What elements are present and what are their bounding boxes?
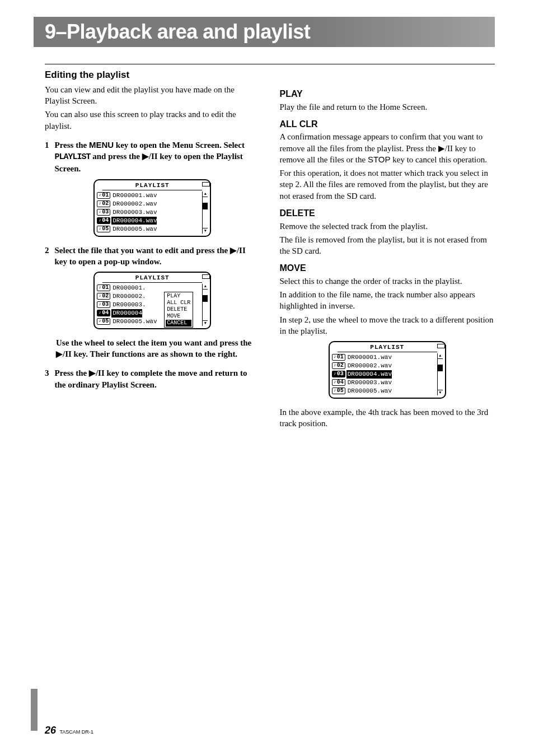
track-filename: DR000001.wav <box>111 192 157 200</box>
track-number: 01 <box>332 354 345 361</box>
playlist-text: PLAYLIST <box>55 152 91 162</box>
play-heading: PLAY <box>280 88 495 100</box>
track-filename: DR000001. <box>111 284 146 292</box>
lcd-screenshot-2: PLAYLIST PLAYALL CLRDELETEMOVECANCEL 01D… <box>93 272 211 329</box>
track-number: 02 <box>332 362 345 369</box>
track-filename: DR000004.wav <box>111 217 157 225</box>
playlist-row: 02DR000002.wav <box>332 362 436 370</box>
playlist-row: 01DR000001. <box>97 284 201 292</box>
popup-item: ALL CLR <box>166 300 191 306</box>
delete-text-1: Remove the selected track from the playl… <box>280 221 495 232</box>
track-number: 04 <box>97 310 110 316</box>
track-number: 01 <box>97 284 110 291</box>
intro-p1: You can view and edit the playlist you h… <box>45 84 260 107</box>
track-number: 04 <box>97 217 110 224</box>
track-filename: DR000003.wav <box>346 379 392 387</box>
popup-menu: PLAYALL CLRDELETEMOVECANCEL <box>164 292 193 328</box>
scroll-up-icon: ▲ <box>438 353 443 358</box>
track-number: 05 <box>332 388 345 394</box>
page-number: 26 <box>45 725 56 736</box>
stop-key: STOP <box>368 155 391 164</box>
step-2-num: 2 <box>45 245 49 268</box>
allclr-text-1: A confirmation message appears to confir… <box>280 131 495 165</box>
lcd-screenshot-1: PLAYLIST 01DR000001.wav02DR000002.wav03D… <box>93 179 211 237</box>
step-3: 3 Press the ▶/II key to complete the mov… <box>45 367 260 390</box>
track-number: 03 <box>97 209 110 216</box>
move-after-text: In the above example, the 4th track has … <box>280 407 495 430</box>
track-number: 03 <box>332 371 345 377</box>
delete-heading: DELETE <box>280 207 495 220</box>
scroll-up-icon: ▲ <box>203 192 208 197</box>
move-text-1: Select this to change the order of track… <box>280 276 495 287</box>
track-number: 05 <box>97 226 110 232</box>
track-filename: DR000003.wav <box>111 208 157 217</box>
battery-icon <box>202 182 210 186</box>
move-text-2: In addition to the file name, the track … <box>280 289 495 312</box>
track-number: 03 <box>97 301 110 308</box>
playlist-row: 01DR000001.wav <box>97 192 201 200</box>
popup-item: PLAY <box>166 293 191 300</box>
intro-p2: You can also use this screen to play tra… <box>45 109 260 132</box>
side-tab <box>31 689 38 731</box>
section-title: Editing the playlist <box>45 69 260 82</box>
playlist-row: 05DR000005.wav <box>332 387 436 395</box>
playlist-row: 03DR000004.wav <box>332 370 436 379</box>
track-filename: DR000004 <box>111 309 142 318</box>
track-number: 01 <box>97 192 110 199</box>
play-text: Play the file and return to the Home Scr… <box>280 101 495 113</box>
delete-text-2: The file is removed from the playlist, b… <box>280 234 495 257</box>
battery-icon <box>437 344 445 348</box>
popup-item: MOVE <box>166 313 191 320</box>
popup-item: DELETE <box>166 306 191 313</box>
track-filename: DR000004.wav <box>346 370 392 379</box>
scroll-up-icon: ▲ <box>203 284 208 289</box>
step-1: 1 Press the MENU key to open the Menu Sc… <box>45 139 260 175</box>
step-3-num: 3 <box>45 367 49 390</box>
move-heading: MOVE <box>280 262 495 274</box>
lcd-screenshot-3: PLAYLIST 01DR000001.wav02DR000002.wav03D… <box>329 341 446 399</box>
track-number: 02 <box>97 200 110 207</box>
track-number: 04 <box>332 379 345 386</box>
playlist-row: 02DR000002.wav <box>97 200 201 208</box>
allclr-heading: ALL CLR <box>280 118 495 130</box>
move-text-3: In step 2, use the wheel to move the tra… <box>280 314 495 337</box>
left-column: Editing the playlist You can view and ed… <box>45 69 260 431</box>
track-filename: DR000001.wav <box>346 353 392 362</box>
scroll-down-icon: ▼ <box>203 321 208 326</box>
playlist-row: 04DR000004.wav <box>97 217 201 225</box>
playlist-row: 03DR000003.wav <box>97 208 201 217</box>
scroll-down-icon: ▼ <box>438 390 443 395</box>
playlist-row: 01DR000001.wav <box>332 353 436 362</box>
playlist-row: 04DR000003.wav <box>332 379 436 387</box>
footer-model: TASCAM DR-1 <box>59 729 93 735</box>
scrollbar: ▲ ▼ <box>202 284 208 326</box>
track-number: 05 <box>97 318 110 325</box>
track-filename: DR000002. <box>111 292 146 301</box>
track-number: 02 <box>97 293 110 300</box>
track-filename: DR000002.wav <box>346 362 392 370</box>
scrollbar: ▲ ▼ <box>437 353 443 395</box>
track-filename: DR000002.wav <box>111 200 157 208</box>
track-filename: DR000003. <box>111 301 146 309</box>
menu-key: MENU <box>89 140 114 150</box>
chapter-title: 9–Playback area and playlist <box>34 17 495 47</box>
right-column: PLAY Play the file and return to the Hom… <box>280 69 495 431</box>
scrollbar: ▲ ▼ <box>202 192 208 234</box>
step-2: 2 Select the file that you want to edit … <box>45 245 260 268</box>
step-1-num: 1 <box>45 139 49 175</box>
battery-icon <box>202 274 210 279</box>
allclr-text-2: For this operation, it does not matter w… <box>280 167 495 202</box>
track-filename: DR000005.wav <box>346 387 392 395</box>
scroll-down-icon: ▼ <box>203 228 208 234</box>
popup-item: CANCEL <box>166 320 191 326</box>
footer: 26 TASCAM DR-1 <box>45 725 93 736</box>
step-2-after: Use the wheel to select the item you wan… <box>56 337 260 360</box>
track-filename: DR000005.wav <box>111 225 157 234</box>
playlist-row: 05DR000005.wav <box>97 225 201 234</box>
track-filename: DR000005.wav <box>111 318 157 326</box>
